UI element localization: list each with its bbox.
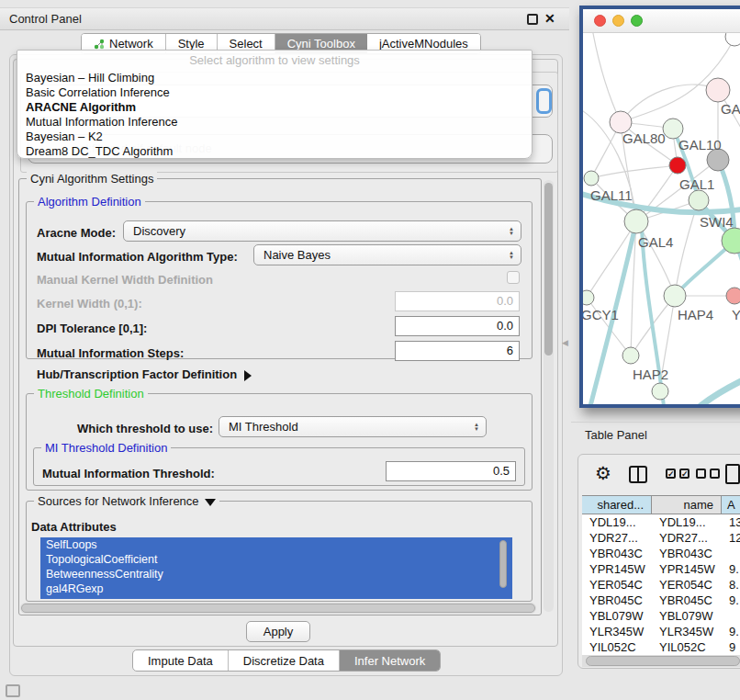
- mi-steps-field[interactable]: 6: [395, 341, 520, 361]
- node-pink-right[interactable]: [726, 288, 740, 304]
- columns-icon[interactable]: [629, 466, 647, 483]
- node-swi4[interactable]: [689, 190, 709, 210]
- cell: YDL19...: [652, 514, 722, 530]
- close-traffic-light[interactable]: [594, 15, 606, 27]
- kernel-width-field[interactable]: 0.0: [395, 291, 520, 311]
- minimized-panel-icon[interactable]: [6, 684, 20, 697]
- cell: 9.: [722, 593, 740, 608]
- horizontal-scrollbar-thumb[interactable]: [21, 604, 535, 613]
- close-icon[interactable]: ✕: [544, 11, 555, 26]
- mi-type-label: Mutual Information Algorithm Type:: [37, 250, 238, 264]
- node-hap4[interactable]: [664, 285, 686, 307]
- cell: 13: [722, 514, 740, 530]
- node-gal11[interactable]: [584, 171, 599, 186]
- list-item[interactable]: SelfLoops: [40, 537, 512, 552]
- cell: YBL079W: [582, 608, 652, 624]
- algorithm-option[interactable]: Bayesian – K2: [17, 130, 532, 144]
- table-panel-title: Table Panel: [585, 428, 647, 442]
- column-header-name[interactable]: name: [652, 496, 722, 514]
- table-row[interactable]: YLR345W YLR345W 9.: [582, 624, 740, 639]
- node-label: HAP4: [678, 307, 713, 322]
- algorithm-option[interactable]: Dream8 DC_TDC Algorithm: [17, 144, 532, 159]
- dpi-tolerance-field[interactable]: 0.0: [395, 316, 520, 336]
- float-window-icon[interactable]: [527, 14, 538, 25]
- node-gal10[interactable]: [663, 119, 683, 139]
- cell: [722, 608, 740, 624]
- data-attributes-list[interactable]: SelfLoops TopologicalCoefficient Between…: [40, 537, 512, 599]
- mi-threshold-label: Mutual Information Threshold:: [42, 467, 215, 480]
- node-gal-pink[interactable]: [706, 78, 730, 102]
- settings-horizontal-scrollbar[interactable]: [20, 603, 536, 614]
- network-view-window[interactable]: GAL80 GAL10 GAL GAL1 GAL11 SWI4 GAL4 GCY…: [579, 6, 740, 408]
- table-row[interactable]: YDL19... YDL19... 13: [582, 514, 740, 530]
- sources-title-text: Sources for Network Inference: [38, 494, 199, 508]
- tab-discretize-data[interactable]: Discretize Data: [229, 650, 340, 671]
- hub-definition-label: Hub/Transcription Factor Definition: [37, 367, 237, 381]
- table-row[interactable]: YBR043C YBR043C: [582, 546, 740, 561]
- zoom-traffic-light[interactable]: [631, 15, 643, 27]
- column-header-shared-name[interactable]: shared...: [582, 496, 652, 514]
- aracne-mode-label: Aracne Mode:: [37, 226, 116, 240]
- list-item[interactable]: gal4RGexp: [40, 581, 512, 596]
- cell: 8.: [722, 577, 740, 593]
- column-header-partial[interactable]: A: [722, 496, 740, 514]
- tab-impute-data-label: Impute Data: [148, 654, 213, 668]
- cell: YDR27...: [582, 530, 652, 546]
- table-row[interactable]: YBR045C YBR045C 9.: [582, 593, 740, 608]
- hub-definition-toggle[interactable]: Hub/Transcription Factor Definition: [37, 367, 252, 381]
- control-panel-titlebar: Control Panel ✕: [0, 7, 569, 30]
- cell: YBR045C: [652, 593, 722, 608]
- node-table: shared... name A YDL19... YDL19... 13 YD…: [582, 495, 740, 655]
- algorithm-option-selected[interactable]: ARACNE Algorithm: [17, 100, 532, 115]
- mi-threshold-field[interactable]: 0.5: [386, 461, 516, 481]
- panel-divider-handle[interactable]: ◀: [562, 338, 568, 347]
- table-body[interactable]: YDL19... YDL19... 13 YDR27... YDR27... 1…: [582, 514, 740, 655]
- which-threshold-combobox[interactable]: MI Threshold ▲▼: [219, 416, 487, 437]
- list-item[interactable]: TopologicalCoefficient: [40, 552, 512, 567]
- settings-scrollbar-thumb[interactable]: [544, 183, 553, 356]
- manual-kernel-checkbox[interactable]: [507, 271, 520, 284]
- table-row[interactable]: YER054C YER054C 8.: [582, 577, 740, 593]
- node-partial-top[interactable]: [725, 33, 740, 46]
- list-item[interactable]: BetweennessCentrality: [40, 567, 512, 581]
- list-scrollbar-thumb[interactable]: [499, 540, 507, 588]
- algorithm-option[interactable]: Mutual Information Inference: [17, 115, 532, 130]
- gear-icon[interactable]: ⚙: [595, 462, 611, 484]
- node-label: GAL10: [678, 137, 722, 152]
- node-gcy1[interactable]: [583, 290, 594, 305]
- settings-scrollbar[interactable]: [544, 180, 554, 612]
- node-gal4[interactable]: [624, 209, 648, 233]
- apply-button[interactable]: Apply: [246, 621, 310, 642]
- mi-steps-label: Mutual Information Steps:: [37, 346, 184, 360]
- mi-type-combobox[interactable]: Naive Bayes ▲▼: [253, 244, 521, 265]
- sources-group-title[interactable]: Sources for Network Inference: [34, 494, 219, 508]
- tab-impute-data[interactable]: Impute Data: [133, 650, 229, 671]
- mi-threshold-value: 0.5: [493, 464, 510, 478]
- export-table-icon[interactable]: [725, 464, 740, 484]
- table-row[interactable]: YBL079W YBL079W: [582, 608, 740, 624]
- select-all-icon[interactable]: ✓✓: [666, 469, 690, 479]
- table-horizontal-scrollbar[interactable]: [582, 655, 740, 667]
- aracne-mode-value: Discovery: [133, 224, 185, 238]
- cell: YBR045C: [582, 593, 652, 608]
- network-canvas[interactable]: GAL80 GAL10 GAL GAL1 GAL11 SWI4 GAL4 GCY…: [583, 33, 740, 404]
- table-row[interactable]: YDR27... YDR27... 12: [582, 530, 740, 546]
- tab-network-label: Network: [109, 37, 153, 51]
- tab-infer-network-label: Infer Network: [354, 654, 425, 668]
- table-row[interactable]: YPR145W YPR145W 9.: [582, 561, 740, 577]
- algorithm-prompt: Select algorithm to view settings: [17, 51, 532, 71]
- deselect-all-icon[interactable]: [696, 469, 720, 479]
- node-red[interactable]: [669, 157, 686, 174]
- table-row[interactable]: YIL052C YIL052C 9: [582, 639, 740, 655]
- node-hap2[interactable]: [622, 347, 639, 364]
- kernel-width-value: 0.0: [497, 294, 513, 308]
- minimize-traffic-light[interactable]: [612, 15, 624, 27]
- algorithm-option[interactable]: Basic Correlation Inference: [17, 85, 532, 100]
- threshold-definition-title: Threshold Definition: [34, 387, 148, 401]
- tab-infer-network[interactable]: Infer Network: [340, 650, 440, 671]
- aracne-mode-combobox[interactable]: Discovery ▲▼: [123, 220, 521, 242]
- node-partial-bottom[interactable]: [652, 383, 668, 400]
- mi-steps-value: 6: [507, 344, 513, 357]
- algorithm-option[interactable]: Bayesian – Hill Climbing: [17, 71, 532, 85]
- table-scrollbar-thumb[interactable]: [586, 656, 740, 666]
